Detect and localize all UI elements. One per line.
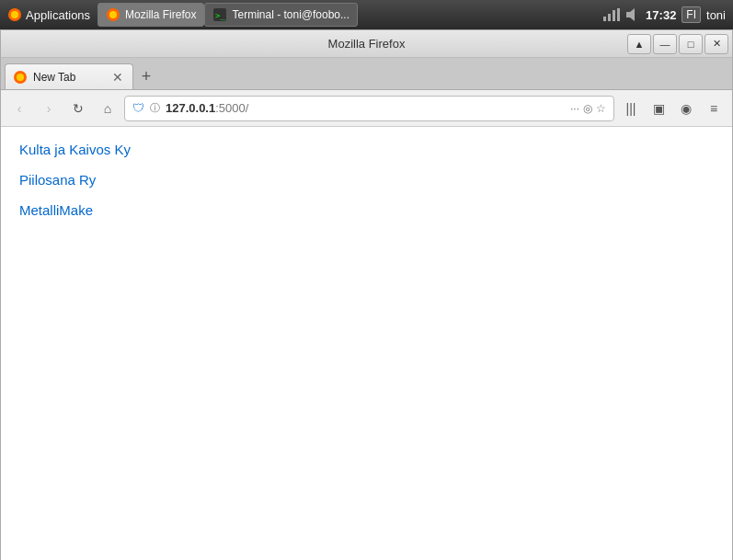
svg-text:>_: >_ xyxy=(215,11,225,20)
title-bar-controls: ▲ — □ ✕ xyxy=(627,34,728,54)
applications-menu[interactable]: Applications xyxy=(0,7,97,22)
svg-rect-6 xyxy=(603,17,606,21)
tab-newtab[interactable]: New Tab ✕ xyxy=(5,63,133,89)
taskbar-firefox-label: Mozilla Firefox xyxy=(125,8,196,21)
info-icon: ⓘ xyxy=(150,101,160,115)
taskbar-terminal-label: Terminal - toni@foobo... xyxy=(232,8,349,21)
terminal-taskbar-icon: >_ xyxy=(212,7,227,22)
address-bar[interactable]: 🛡 ⓘ 127.0.0.1:5000/ ··· ◎ ☆ xyxy=(124,96,614,121)
svg-rect-9 xyxy=(617,8,620,21)
svg-marker-11 xyxy=(630,8,635,21)
window-up-btn[interactable]: ▲ xyxy=(627,34,651,54)
home-btn[interactable]: ⌂ xyxy=(95,96,120,121)
window-maximize-btn[interactable]: □ xyxy=(679,34,703,54)
page-link-2[interactable]: Piilosana Ry xyxy=(19,172,714,188)
applications-label: Applications xyxy=(26,8,90,22)
window-minimize-btn[interactable]: — xyxy=(653,34,677,54)
back-icon: ‹ xyxy=(17,101,22,116)
page-link-1[interactable]: Kulta ja Kaivos Ky xyxy=(19,142,714,157)
reader-view-btn[interactable]: ▣ xyxy=(646,96,671,121)
taskbar-time: 17:32 xyxy=(646,8,676,22)
new-tab-btn[interactable]: + xyxy=(133,63,159,89)
firefox-tab-icon xyxy=(13,70,28,85)
network-icon xyxy=(601,7,620,22)
nav-right-buttons: ||| ▣ ◉ ≡ xyxy=(618,96,727,121)
bookmark-icon[interactable]: ☆ xyxy=(596,102,606,115)
taskbar-lang[interactable]: FI xyxy=(681,6,701,23)
address-bar-actions: ··· ◎ ☆ xyxy=(570,102,606,115)
pocket-icon[interactable]: ◎ xyxy=(583,102,592,115)
tab-close-btn[interactable]: ✕ xyxy=(110,71,125,84)
menu-btn[interactable]: ≡ xyxy=(701,96,727,121)
page-link-3[interactable]: MetalliMake xyxy=(19,202,714,218)
address-url: 127.0.0.1:5000/ xyxy=(166,101,565,115)
window-title: Mozilla Firefox xyxy=(328,37,406,51)
hamburger-icon: ≡ xyxy=(710,101,717,116)
svg-point-1 xyxy=(11,11,18,18)
reload-icon: ↻ xyxy=(73,101,84,116)
title-bar: Mozilla Firefox ▲ — □ ✕ xyxy=(1,30,732,58)
profile-btn[interactable]: ◉ xyxy=(673,96,699,121)
firefox-taskbar-icon xyxy=(106,7,120,22)
forward-btn[interactable]: › xyxy=(36,96,62,121)
more-actions-btn[interactable]: ··· xyxy=(570,102,579,115)
taskbar-right: 17:32 FI toni xyxy=(594,6,733,23)
applications-icon xyxy=(7,7,22,22)
firefox-window: Mozilla Firefox ▲ — □ ✕ New Tab ✕ + ‹ › xyxy=(0,29,733,560)
reader-view-icon: ▣ xyxy=(653,101,665,116)
profile-icon: ◉ xyxy=(681,101,692,116)
back-btn[interactable]: ‹ xyxy=(6,96,32,121)
taskbar: Applications Mozilla Firefox >_ Terminal… xyxy=(0,0,733,29)
home-icon: ⌂ xyxy=(104,101,111,116)
svg-rect-10 xyxy=(626,12,630,17)
tab-newtab-label: New Tab xyxy=(33,71,105,84)
sound-icon xyxy=(625,7,640,22)
tab-bar: New Tab ✕ + xyxy=(1,58,732,90)
synced-tabs-btn[interactable]: ||| xyxy=(618,96,644,121)
nav-bar: ‹ › ↻ ⌂ 🛡 ⓘ 127.0.0.1:5000/ ··· ◎ ☆ ||| xyxy=(1,90,732,127)
svg-rect-7 xyxy=(608,14,611,21)
svg-rect-8 xyxy=(613,10,615,21)
synced-tabs-icon: ||| xyxy=(626,101,636,116)
taskbar-terminal-btn[interactable]: >_ Terminal - toni@foobo... xyxy=(204,3,358,27)
taskbar-firefox-btn[interactable]: Mozilla Firefox xyxy=(97,3,204,27)
security-icon: 🛡 xyxy=(132,101,144,115)
taskbar-user: toni xyxy=(706,8,726,22)
forward-icon: › xyxy=(47,101,52,116)
url-host: 127.0.0.1 xyxy=(166,101,215,115)
page-content: Kulta ja Kaivos Ky Piilosana Ry MetalliM… xyxy=(1,127,732,560)
window-close-btn[interactable]: ✕ xyxy=(704,34,728,54)
svg-point-3 xyxy=(109,11,117,18)
url-port-path: :5000/ xyxy=(215,101,248,115)
svg-point-13 xyxy=(17,74,24,81)
reload-btn[interactable]: ↻ xyxy=(65,96,91,121)
